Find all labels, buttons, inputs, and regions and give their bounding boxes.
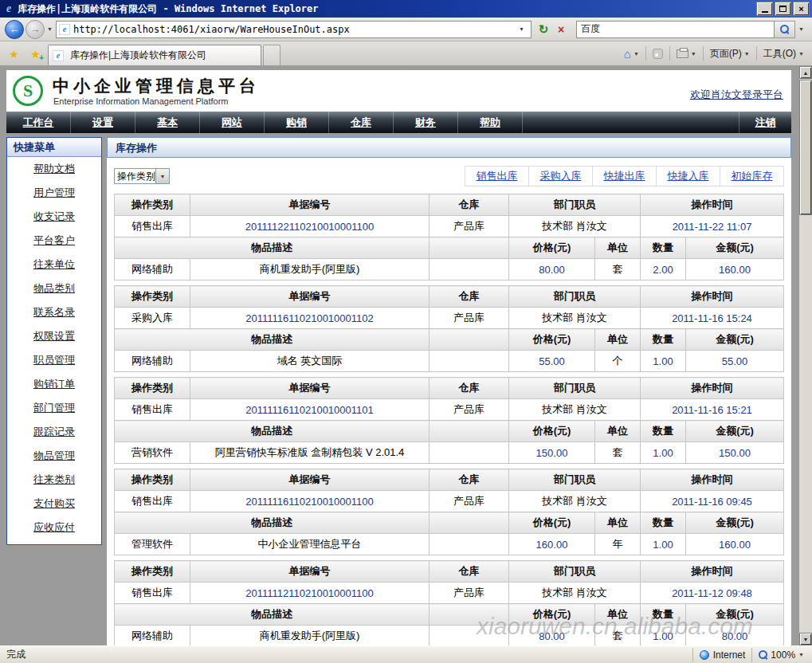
- tab-inventory[interactable]: e 库存操作|上海顶岭软件有限公司: [48, 45, 261, 65]
- print-button[interactable]: ▼: [672, 44, 701, 63]
- sidebar-item-item-mgmt[interactable]: 物品管理: [7, 444, 101, 468]
- link-cell: 快捷入库: [656, 166, 720, 186]
- sidebar-item-receivable-payable[interactable]: 应收应付: [7, 516, 101, 539]
- search-options-button[interactable]: ▼: [795, 21, 807, 38]
- sidebar-item-platform-clients[interactable]: 平台客户: [7, 229, 101, 253]
- sidebar-item-income-expense[interactable]: 收支记录: [7, 205, 101, 229]
- zoom-control[interactable]: 100% ▼: [751, 648, 812, 662]
- sidebar-item-contact-units[interactable]: 往来单位: [7, 253, 101, 277]
- security-zone: Internet: [692, 648, 752, 662]
- record-header-row: 操作类别 单据编号 仓库 部门职员 操作时间: [115, 286, 784, 308]
- address-dropdown-button[interactable]: ▼: [515, 22, 528, 37]
- record-header-warehouse: 仓库: [430, 469, 509, 491]
- sidebar-item-item-category[interactable]: 物品类别: [7, 277, 101, 300]
- item-category: 管理软件: [115, 534, 190, 555]
- record-staff: 技术部 肖汝文: [509, 583, 641, 604]
- vertical-scrollbar[interactable]: ▲ ▼: [799, 66, 812, 645]
- detail-header-qty: 数量: [641, 421, 686, 442]
- operation-type-select[interactable]: 操作类别 ▼: [114, 168, 170, 184]
- detail-header-qty: 数量: [641, 237, 686, 259]
- quick-inbound-link[interactable]: 快捷入库: [668, 169, 709, 183]
- sidebar-item-user-mgmt[interactable]: 用户管理: [7, 181, 101, 205]
- minimize-button[interactable]: [756, 2, 773, 16]
- scroll-up-button[interactable]: ▲: [799, 66, 812, 79]
- search-button[interactable]: [775, 21, 795, 38]
- detail-header-unit: 单位: [595, 604, 641, 626]
- chevron-down-icon: ▼: [798, 26, 804, 32]
- sidebar-item-dept-mgmt[interactable]: 部门管理: [7, 396, 101, 420]
- new-tab-stub[interactable]: [263, 45, 280, 65]
- scrollbar-thumb[interactable]: [799, 80, 812, 215]
- sidebar-item-contact-list[interactable]: 联系名录: [7, 300, 101, 324]
- page-menu-button[interactable]: 页面(P)▼: [705, 44, 755, 63]
- link-cell: 销售出库: [465, 166, 529, 186]
- logout-link[interactable]: 注销: [739, 112, 791, 133]
- sidebar-item-staff-mgmt[interactable]: 职员管理: [7, 348, 101, 372]
- add-favorite-button[interactable]: ★+: [25, 44, 45, 64]
- item-category: 网络辅助: [115, 351, 190, 372]
- search-input[interactable]: 百度: [576, 21, 775, 38]
- sidebar-item-orders[interactable]: 购销订单: [7, 372, 101, 396]
- stop-button[interactable]: ×: [552, 21, 570, 38]
- nav-item-settings[interactable]: 设置: [71, 112, 135, 133]
- zoom-magnifier-icon: [759, 650, 767, 659]
- back-button[interactable]: ←: [5, 20, 24, 39]
- chevron-down-icon: ▼: [519, 26, 524, 32]
- home-button[interactable]: ⌂▼: [619, 44, 644, 63]
- toolbar-separator: [669, 46, 670, 61]
- sidebar-item-payment[interactable]: 支付购买: [7, 492, 101, 516]
- record-type: 销售出库: [115, 583, 190, 604]
- item-category: 网络辅助: [115, 259, 190, 280]
- history-dropdown-button[interactable]: ▼: [47, 26, 53, 32]
- nav-item-finance[interactable]: 财务: [394, 112, 458, 133]
- main-body: 操作类别 ▼ 销售出库 采购入库 快捷出库 快捷入库 初始库存: [107, 158, 791, 645]
- plus-icon: +: [39, 53, 44, 62]
- nav-item-purchase-sales[interactable]: 购销: [265, 112, 329, 133]
- favorites-center-button[interactable]: ★: [4, 44, 24, 64]
- tools-menu-button[interactable]: 工具(O)▼: [759, 44, 809, 63]
- detail-header-amount: 金额(元): [686, 237, 784, 259]
- item-unit: 套: [595, 442, 641, 464]
- item-description: 商机重发助手(阿里版): [190, 259, 430, 280]
- site-header: S 中小企业管理信息平台 Enterprise Information Mana…: [6, 70, 791, 112]
- record-time: 2011-11-16 15:24: [641, 308, 784, 329]
- forward-button[interactable]: →: [25, 20, 45, 39]
- initial-stock-link[interactable]: 初始库存: [732, 169, 773, 183]
- close-icon: ×: [798, 4, 803, 14]
- site-subtitle: Enterprise Information Management Platfo…: [53, 96, 229, 106]
- nav-item-help[interactable]: 帮助: [458, 112, 523, 133]
- nav-item-basic[interactable]: 基本: [135, 112, 200, 133]
- sales-outbound-link[interactable]: 销售出库: [477, 169, 518, 183]
- refresh-button[interactable]: ↻: [535, 21, 552, 38]
- sidebar-item-tracking[interactable]: 跟踪记录: [7, 420, 101, 444]
- scroll-up-icon: ▲: [803, 70, 809, 76]
- welcome-user-link[interactable]: 欢迎肖汝文登录平台: [690, 88, 783, 102]
- sidebar-item-permissions[interactable]: 权限设置: [7, 324, 101, 348]
- sidebar-item-contact-category[interactable]: 往来类别: [7, 468, 101, 492]
- item-qty: 1.00: [641, 626, 686, 646]
- nav-item-warehouse[interactable]: 仓库: [329, 112, 394, 133]
- select-dropdown-button[interactable]: ▼: [155, 169, 169, 183]
- purchase-inbound-link[interactable]: 采购入库: [540, 169, 582, 183]
- minimize-icon: [762, 11, 768, 13]
- detail-header-amount: 金额(元): [686, 329, 784, 351]
- scroll-down-button[interactable]: ▼: [799, 633, 812, 645]
- detail-header-price: 价格(元): [509, 237, 595, 259]
- nav-item-website[interactable]: 网站: [200, 112, 265, 133]
- feeds-button[interactable]: [648, 44, 668, 63]
- record-type: 销售出库: [115, 491, 190, 512]
- record-warehouse: 产品库: [430, 583, 509, 604]
- inventory-record-block: 操作类别 单据编号 仓库 部门职员 操作时间 销售出库 201111121102…: [114, 560, 784, 645]
- maximize-button[interactable]: [775, 2, 791, 16]
- close-button[interactable]: ×: [793, 2, 810, 16]
- record-header-time: 操作时间: [641, 378, 784, 399]
- toolbar-separator: [756, 46, 757, 61]
- detail-data-row: 营销软件 阿里营销快车标准版 盒制精包装 V 2.01.4 150.00 套 1…: [115, 442, 784, 464]
- record-doc-no: 20111116110210010001102: [190, 308, 430, 329]
- sidebar-item-help-docs[interactable]: 帮助文档: [7, 157, 101, 181]
- record-header-time: 操作时间: [641, 286, 784, 308]
- nav-item-workbench[interactable]: 工作台: [6, 112, 71, 133]
- address-input[interactable]: e http://localhost:4061/xiaorw/WareHouse…: [56, 21, 532, 38]
- tab-bar: ★ ★+ e 库存操作|上海顶岭软件有限公司 ⌂▼ ▼ 页面(P)▼ 工具(O)…: [0, 41, 812, 66]
- quick-outbound-link[interactable]: 快捷出库: [604, 169, 645, 183]
